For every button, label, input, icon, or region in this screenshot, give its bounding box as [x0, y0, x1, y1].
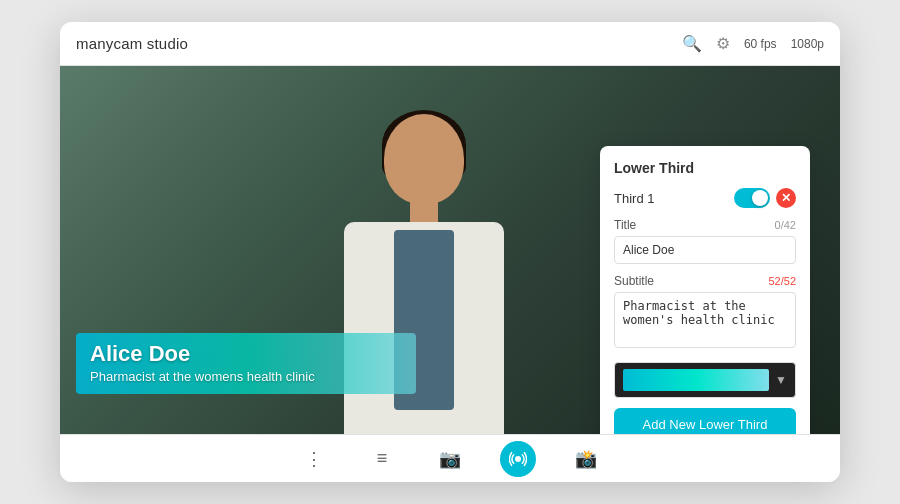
chevron-down-icon: ▼: [775, 373, 787, 387]
lower-third-name: Alice Doe: [90, 341, 402, 367]
title-label-text: Title: [614, 218, 636, 232]
broadcast-icon: [509, 450, 527, 468]
app-logo: manycam studio: [76, 35, 188, 52]
third-label: Third 1: [614, 191, 734, 206]
lower-third-bg: Alice Doe Pharmacist at the womens healt…: [76, 333, 416, 394]
remove-third-button[interactable]: ✕: [776, 188, 796, 208]
head: [384, 114, 464, 204]
camera-button[interactable]: 📸: [568, 441, 604, 477]
panel-title: Lower Third: [614, 160, 796, 176]
lower-third-panel: Lower Third Third 1 ✕ Title 0/42: [600, 146, 810, 434]
video-button[interactable]: 📷: [432, 441, 468, 477]
title-bar: manycam studio 🔍 ⚙ 60 fps 1080p: [60, 22, 840, 66]
broadcast-button[interactable]: [500, 441, 536, 477]
app-window: manycam studio 🔍 ⚙ 60 fps 1080p: [60, 22, 840, 482]
title-input[interactable]: [614, 236, 796, 264]
video-wrapper: Alice Doe Pharmacist at the womens healt…: [60, 66, 840, 434]
style-preview: [623, 369, 769, 391]
subtitle-field-label: Subtitle 52/52: [614, 274, 796, 288]
third-row: Third 1 ✕: [614, 188, 796, 208]
svg-point-0: [515, 456, 521, 462]
main-area: Alice Doe Pharmacist at the womens healt…: [60, 66, 840, 482]
settings-icon[interactable]: ⚙: [716, 34, 730, 53]
menu-button[interactable]: ⋮: [296, 441, 332, 477]
body: [344, 222, 504, 434]
subtitle-input[interactable]: Pharmacist at the women's health clinic: [614, 292, 796, 348]
subtitle-label-text: Subtitle: [614, 274, 654, 288]
title-field-label: Title 0/42: [614, 218, 796, 232]
fps-display: 60 fps: [744, 37, 777, 51]
logo-sub: studio: [142, 35, 188, 52]
add-lower-third-button[interactable]: Add New Lower Third: [614, 408, 796, 434]
zoom-icon[interactable]: 🔍: [682, 34, 702, 53]
list-button[interactable]: ≡: [364, 441, 400, 477]
title-char-count: 0/42: [775, 219, 796, 231]
toolbar: ⋮ ≡ 📷 📸: [60, 434, 840, 482]
style-selector[interactable]: ▼: [614, 362, 796, 398]
subtitle-char-count: 52/52: [768, 275, 796, 287]
logo-text: manycam: [76, 35, 142, 52]
title-bar-controls: 🔍 ⚙ 60 fps 1080p: [682, 34, 824, 53]
toggle-knob: [752, 190, 768, 206]
main-content: Alice Doe Pharmacist at the womens healt…: [60, 66, 840, 482]
resolution-display: 1080p: [791, 37, 824, 51]
toggle-switch[interactable]: [734, 188, 770, 208]
lower-third-subtitle: Pharmacist at the womens health clinic: [90, 369, 402, 384]
